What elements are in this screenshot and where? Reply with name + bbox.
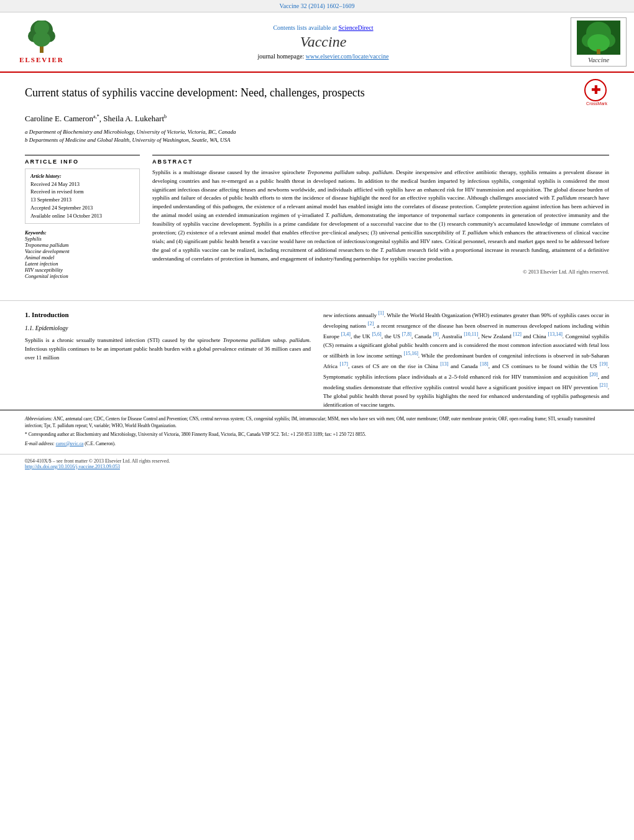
crossmark-icon: ✚ <box>591 83 600 97</box>
keyword-2: Treponema pallidum <box>25 242 140 248</box>
citation-text: Vaccine 32 (2014) 1602–1609 <box>280 2 355 9</box>
vaccine-logo-box: Vaccine <box>571 17 627 67</box>
abstract-text: Syphilis is a multistage disease caused … <box>152 168 609 264</box>
body-left-text: Syphilis is a chronic sexually transmitt… <box>25 336 311 362</box>
doi-link[interactable]: http://dx.doi.org/10.1016/j.vaccine.2013… <box>25 464 120 469</box>
accepted-date: Accepted 24 September 2013 <box>30 204 134 212</box>
abbrev-text: ANC, antenatal care; CDC, Centers for Di… <box>25 416 595 428</box>
keyword-3: Vaccine development <box>25 248 140 254</box>
vaccine-logo-title: Vaccine <box>588 56 609 63</box>
bottom-bar: 0264-410X/$ – see front matter © 2013 El… <box>0 454 634 473</box>
author1-super: a,* <box>93 114 99 119</box>
email-suffix: (C.E. Cameron). <box>85 441 116 446</box>
sciencedirect-link[interactable]: ScienceDirect <box>338 24 373 31</box>
article-history-label: Article history: <box>30 173 134 180</box>
contents-text: Contents lists available at <box>273 24 336 31</box>
copyright-line: © 2013 Elsevier Ltd. All rights reserved… <box>152 269 609 275</box>
doi-line: http://dx.doi.org/10.1016/j.vaccine.2013… <box>25 464 609 469</box>
received-date: Received 24 May 2013 <box>30 180 134 188</box>
email-line: E-mail address: caroc@uvic.ca (C.E. Came… <box>25 440 609 447</box>
article-content: Current status of syphilis vaccine devel… <box>0 73 634 292</box>
abbrev-label: Abbreviations: <box>25 416 52 422</box>
affiliations: a Department of Biochemistry and Microbi… <box>25 128 609 145</box>
author1-name: Caroline E. Cameron <box>25 114 93 124</box>
author2-super: b <box>164 114 167 119</box>
article-info-box: Article history: Received 24 May 2013 Re… <box>25 168 140 224</box>
svg-rect-12 <box>597 49 600 54</box>
abstract-paragraph: Syphilis is a multistage disease caused … <box>152 168 609 264</box>
page-wrapper: Vaccine 32 (2014) 1602–1609 ELSEVIER Con… <box>0 0 634 473</box>
keyword-5: Latent infection <box>25 261 140 267</box>
corresponding-line: * Corresponding author at: Biochemistry … <box>25 431 609 438</box>
corresponding-text: Biochemistry and Microbiology, Universit… <box>76 432 366 437</box>
journal-name: Vaccine <box>82 34 564 50</box>
section-divider <box>0 300 634 301</box>
online-date: Available online 14 October 2013 <box>30 212 134 220</box>
body-right-text: new infections annually [1]. While the W… <box>323 310 609 409</box>
homepage-text: journal homepage: <box>258 53 305 60</box>
journal-header: ELSEVIER Contents lists available at Sci… <box>0 12 634 73</box>
info-abstract-row: ARTICLE INFO Article history: Received 2… <box>25 155 609 280</box>
keyword-1: Syphilis <box>25 236 140 242</box>
affiliation-b: b Departments of Medicine and Global Hea… <box>25 136 609 145</box>
citation-bar: Vaccine 32 (2014) 1602–1609 <box>0 0 634 12</box>
affiliation-a: a Department of Biochemistry and Microbi… <box>25 128 609 137</box>
revised-date: 13 September 2013 <box>30 196 134 204</box>
journal-homepage: journal homepage: www.elsevier.com/locat… <box>82 53 564 60</box>
elsevier-tree-icon <box>17 21 67 55</box>
crossmark-badge: ✚ CrossMark <box>584 79 609 104</box>
authors-line: Caroline E. Camerona,*, Sheila A. Lukeha… <box>25 114 609 124</box>
revised-label: Received in revised form <box>30 188 134 196</box>
svg-point-6 <box>34 21 49 35</box>
article-title: Current status of syphilis vaccine devel… <box>25 85 365 100</box>
elsevier-logo: ELSEVIER <box>7 21 76 63</box>
email-label: E-mail address: <box>25 441 55 446</box>
section1-heading: 1. Introduction <box>25 310 311 320</box>
keyword-6: HIV susceptibility <box>25 267 140 273</box>
elsevier-text-label: ELSEVIER <box>19 56 64 63</box>
abstract-label: ABSTRACT <box>152 155 609 165</box>
svg-point-11 <box>587 34 610 52</box>
keywords-section: Keywords: Syphilis Treponema pallidum Va… <box>25 230 140 279</box>
body-right-col: new infections annually [1]. While the W… <box>323 310 609 409</box>
issn-line: 0264-410X/$ – see front matter © 2013 El… <box>25 458 609 464</box>
email-link[interactable]: caroc@uvic.ca <box>56 441 84 446</box>
subsection1-1-heading: 1.1. Epidemiology <box>25 324 311 333</box>
keyword-4: Animal model <box>25 254 140 261</box>
contents-available: Contents lists available at ScienceDirec… <box>82 24 564 31</box>
body-two-col: 1. Introduction 1.1. Epidemiology Syphil… <box>0 310 634 409</box>
keyword-7: Congenital infection <box>25 273 140 279</box>
left-info-col: ARTICLE INFO Article history: Received 2… <box>25 155 140 280</box>
article-info-label: ARTICLE INFO <box>25 155 140 165</box>
journal-center: Contents lists available at ScienceDirec… <box>82 24 564 60</box>
vaccine-logo-image <box>577 21 620 55</box>
footnotes-area: Abbreviations: ANC, antenatal care; CDC,… <box>0 410 634 454</box>
abbreviations-line: Abbreviations: ANC, antenatal care; CDC,… <box>25 415 609 430</box>
homepage-url[interactable]: www.elsevier.com/locate/vaccine <box>306 53 389 60</box>
abstract-col: ABSTRACT Syphilis is a multistage diseas… <box>152 155 609 280</box>
author2-name: , Sheila A. Lukehart <box>99 114 164 124</box>
keywords-label: Keywords: <box>25 230 140 236</box>
vaccine-logo-svg <box>577 21 620 55</box>
corresponding-label: * Corresponding author at: <box>25 432 75 437</box>
body-left-col: 1. Introduction 1.1. Epidemiology Syphil… <box>25 310 311 409</box>
